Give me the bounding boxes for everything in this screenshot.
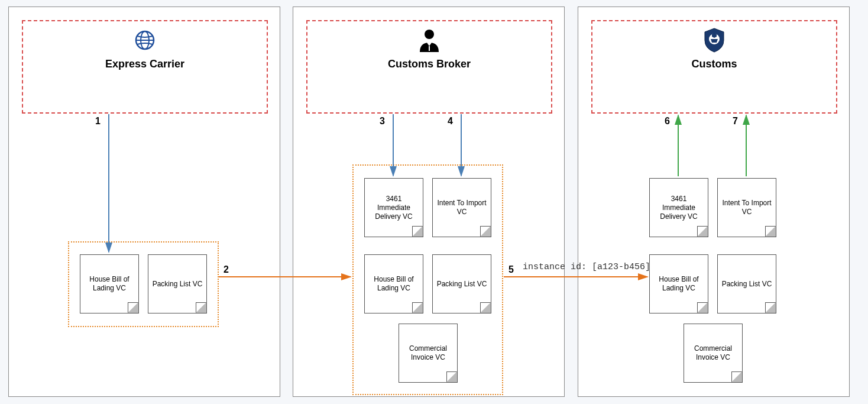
step-2: 2	[224, 264, 229, 275]
panel-express-carrier: Express Carrier House Bill of Lading VC …	[8, 7, 280, 397]
actor-box-carrier: Express Carrier	[22, 20, 268, 114]
doc-label: 3461 Immediate Delivery VC	[653, 195, 704, 221]
doc-3461-broker: 3461 Immediate Delivery VC	[364, 178, 423, 237]
doc-commercial-broker: Commercial Invoice VC	[399, 324, 458, 383]
doc-hbol-broker: House Bill of Lading VC	[364, 254, 423, 313]
doc-label: Packing List VC	[722, 280, 772, 289]
doc-label: Commercial Invoice VC	[688, 344, 739, 362]
step-3: 3	[380, 116, 385, 127]
person-icon	[307, 28, 551, 52]
actor-box-customs: Customs	[591, 20, 837, 114]
doc-label: Intent To Import VC	[436, 199, 487, 216]
panel-customs: Customs 3461 Immediate Delivery VC Inten…	[578, 7, 850, 397]
actor-title-customs: Customs	[592, 58, 836, 70]
actor-box-broker: Customs Broker	[306, 20, 552, 114]
doc-packing-broker: Packing List VC	[432, 254, 491, 313]
doc-label: 3461 Immediate Delivery VC	[368, 195, 419, 221]
doc-packing-customs: Packing List VC	[717, 254, 776, 313]
doc-label: Packing List VC	[153, 280, 203, 289]
doc-label: House Bill of Lading VC	[653, 275, 704, 293]
doc-packing-carrier: Packing List VC	[148, 254, 207, 313]
step-4: 4	[448, 116, 453, 127]
doc-label: House Bill of Lading VC	[84, 275, 135, 293]
step-6: 6	[665, 116, 670, 127]
doc-label: Intent To Import VC	[721, 199, 772, 216]
globe-icon	[23, 28, 267, 52]
doc-commercial-customs: Commercial Invoice VC	[684, 324, 743, 383]
doc-hbol-customs: House Bill of Lading VC	[649, 254, 708, 313]
instance-id-annotation: instance id: [a123-b456]	[523, 262, 650, 272]
actor-title-broker: Customs Broker	[307, 58, 551, 70]
doc-intent-broker: Intent To Import VC	[432, 178, 491, 237]
diagram-canvas: Express Carrier House Bill of Lading VC …	[0, 0, 868, 404]
doc-label: House Bill of Lading VC	[368, 275, 419, 293]
doc-intent-customs: Intent To Import VC	[717, 178, 776, 237]
step-7: 7	[733, 116, 738, 127]
doc-hbol-carrier: House Bill of Lading VC	[80, 254, 139, 313]
customs-badge-icon	[592, 28, 836, 52]
panel-customs-broker: Customs Broker 3461 Immediate Delivery V…	[293, 7, 565, 397]
doc-label: Commercial Invoice VC	[403, 344, 454, 362]
step-5: 5	[509, 264, 514, 275]
step-1: 1	[95, 116, 101, 127]
actor-title-carrier: Express Carrier	[23, 58, 267, 70]
svg-rect-4	[429, 46, 430, 51]
doc-label: Packing List VC	[437, 280, 487, 289]
doc-3461-customs: 3461 Immediate Delivery VC	[649, 178, 708, 237]
svg-point-3	[425, 30, 434, 39]
